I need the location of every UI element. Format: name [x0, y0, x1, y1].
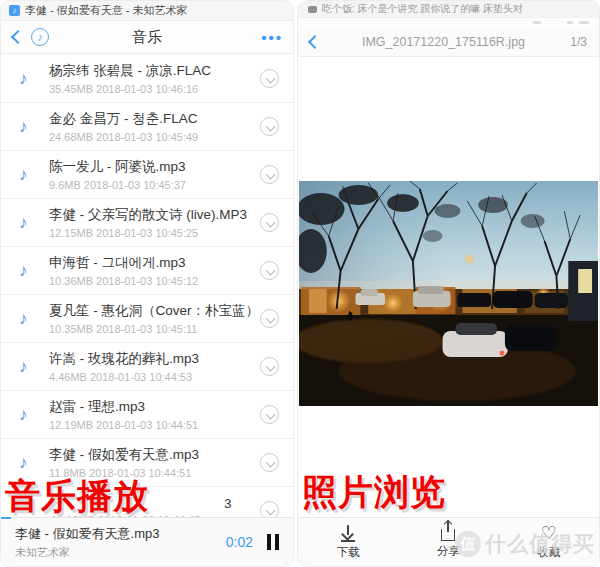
- annotation-photo-browsing: 照片浏览: [302, 469, 446, 516]
- notification-banner[interactable]: 吃个饭: 床个是个讲究 跟你说了的嘛 床垫头对: [298, 1, 599, 18]
- song-row[interactable]: ♪ 许嵩 - 玫瑰花的葬礼.mp3 4.46MB 2018-01-03 10:4…: [1, 343, 293, 391]
- current-track-title: 李健 - 假如爱有天意.mp3: [15, 525, 226, 543]
- share-icon: [441, 529, 455, 541]
- song-list: ♪ 杨宗纬 张碧晨 - 凉凉.FLAC 35.45MB 2018-01-03 1…: [1, 55, 293, 517]
- song-row[interactable]: ♪ 赵雷 - 理想.mp3 12.19MB 2018-01-03 10:44:5…: [1, 391, 293, 439]
- song-row[interactable]: ♪ 李健 - 父亲写的散文诗 (live).MP3 12.15MB 2018-0…: [1, 199, 293, 247]
- song-title: 陈一发儿 - 阿婆说.mp3: [49, 158, 260, 176]
- page-indicator: 1/3: [570, 35, 587, 49]
- chevron-down-icon[interactable]: [260, 405, 279, 424]
- battery-icon: [579, 21, 589, 24]
- now-playing-status-text: 李健 - 假如爱有天意 - 未知艺术家: [25, 3, 188, 18]
- song-meta: 12.15MB 2018-01-03 10:45:25: [49, 227, 260, 239]
- music-note-icon: ♪: [19, 165, 49, 185]
- download-button[interactable]: 下载: [298, 518, 398, 566]
- song-title: 李健 - 假如爱有天意.mp3: [49, 446, 260, 464]
- download-label: 下载: [337, 545, 360, 560]
- photo-toolbar: 下载 分享 ♡ 收藏: [298, 517, 599, 566]
- chevron-down-icon[interactable]: [260, 261, 279, 280]
- back-icon[interactable]: [308, 34, 322, 48]
- chevron-down-icon[interactable]: [260, 453, 279, 472]
- song-title: 申海哲 - 그대에게.mp3: [49, 254, 260, 272]
- song-meta: 24.68MB 2018-01-03 10:45:49: [49, 131, 260, 143]
- song-title: 金必 金昌万 - 청춘.FLAC: [49, 110, 260, 128]
- chevron-down-icon[interactable]: [260, 357, 279, 376]
- song-row[interactable]: ♪ 金必 金昌万 - 청춘.FLAC 24.68MB 2018-01-03 10…: [1, 103, 293, 151]
- chevron-down-icon[interactable]: [260, 165, 279, 184]
- chevron-down-icon[interactable]: [260, 213, 279, 232]
- signal-icon: [567, 21, 573, 24]
- favorite-button[interactable]: ♡ 收藏: [499, 518, 599, 566]
- song-title: 许嵩 - 玫瑰花的葬礼.mp3: [49, 350, 260, 368]
- chevron-down-icon[interactable]: [260, 69, 279, 88]
- playback-time: 0:02: [226, 534, 253, 550]
- page-title: 音乐: [1, 28, 293, 47]
- song-title: 夏凡笙 - 惠化洞（Cover：朴宝蓝）.mp3: [49, 302, 260, 320]
- photo-illustration: [299, 181, 598, 406]
- music-app-icon: ♪: [9, 5, 20, 16]
- song-meta: 12.19MB 2018-01-03 10:44:51: [49, 419, 260, 431]
- photo-nav-bar: IMG_20171220_175116R.jpg 1/3: [298, 27, 599, 57]
- download-icon: [339, 524, 357, 542]
- now-playing-status-bar: ♪ 李健 - 假如爱有天意 - 未知艺术家: [1, 1, 293, 21]
- music-note-icon: ♪: [19, 309, 49, 329]
- photo-filename: IMG_20171220_175116R.jpg: [328, 35, 559, 49]
- music-note-icon: ♪: [19, 357, 49, 377]
- song-title: 杨宗纬 张碧晨 - 凉凉.FLAC: [49, 62, 260, 80]
- music-note-icon: ♪: [19, 405, 49, 425]
- mini-player-bar[interactable]: 李健 - 假如爱有天意.mp3 未知艺术家 0:02: [1, 517, 293, 566]
- song-meta: 10.36MB 2018-01-03 10:45:12: [49, 275, 260, 287]
- music-note-icon: ♪: [19, 261, 49, 281]
- chevron-down-icon[interactable]: [260, 501, 279, 517]
- music-note-icon: ♪: [19, 213, 49, 233]
- heart-icon: ♡: [540, 524, 558, 542]
- status-strip: [298, 18, 599, 27]
- current-track-artist: 未知艺术家: [15, 545, 226, 560]
- music-nav-bar: ♪ 音乐 •••: [1, 21, 293, 54]
- chevron-down-icon[interactable]: [260, 309, 279, 328]
- song-row[interactable]: ♪ 陈一发儿 - 阿婆说.mp3 9.6MB 2018-01-03 10:45:…: [1, 151, 293, 199]
- song-row[interactable]: ♪ 申海哲 - 그대에게.mp3 10.36MB 2018-01-03 10:4…: [1, 247, 293, 295]
- song-row[interactable]: ♪ 夏凡笙 - 惠化洞（Cover：朴宝蓝）.mp3 10.35MB 2018-…: [1, 295, 293, 343]
- song-meta: 4.46MB 2018-01-03 10:44:53: [49, 371, 260, 383]
- photo-dusk-street-scene[interactable]: [299, 181, 598, 406]
- music-note-icon: ♪: [19, 117, 49, 137]
- favorite-label: 收藏: [537, 545, 560, 560]
- share-label: 分享: [437, 544, 460, 559]
- song-row[interactable]: ♪ 杨宗纬 张碧晨 - 凉凉.FLAC 35.45MB 2018-01-03 1…: [1, 55, 293, 103]
- song-title: 赵雷 - 理想.mp3: [49, 398, 260, 416]
- chevron-down-icon[interactable]: [260, 117, 279, 136]
- song-meta: 9.6MB 2018-01-03 10:45:37: [49, 179, 260, 191]
- notification-text: 吃个饭: 床个是个讲究 跟你说了的嘛 床垫头对: [322, 2, 523, 16]
- music-note-icon: ♪: [19, 453, 49, 473]
- pause-icon[interactable]: [267, 534, 279, 550]
- annotation-music-playback: 音乐播放: [5, 473, 149, 520]
- chat-bubble-icon: [308, 6, 317, 13]
- song-meta: 35.45MB 2018-01-03 10:46:16: [49, 83, 260, 95]
- music-note-icon: ♪: [19, 69, 49, 89]
- song-meta: 10.35MB 2018-01-03 10:45:11: [49, 323, 260, 335]
- share-button[interactable]: 分享: [398, 518, 498, 566]
- wifi-icon: [533, 21, 541, 24]
- song-title: 李健 - 父亲写的散文诗 (live).MP3: [49, 206, 260, 224]
